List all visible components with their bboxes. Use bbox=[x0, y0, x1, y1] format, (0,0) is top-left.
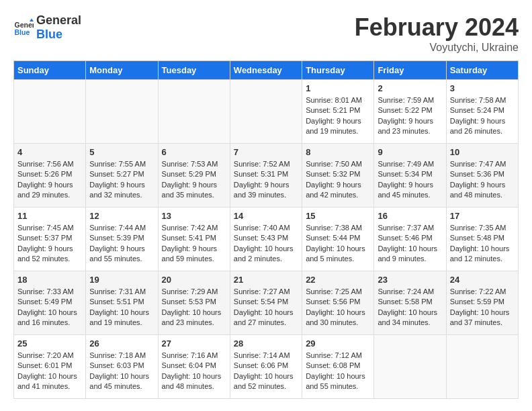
day-info: Sunrise: 7:58 AM Sunset: 5:24 PM Dayligh… bbox=[450, 95, 515, 137]
calendar-cell bbox=[86, 80, 158, 144]
day-info: Sunrise: 7:25 AM Sunset: 5:56 PM Dayligh… bbox=[306, 287, 370, 328]
week-row-5: 25Sunrise: 7:20 AM Sunset: 6:01 PM Dayli… bbox=[14, 335, 519, 399]
day-info: Sunrise: 7:44 AM Sunset: 5:39 PM Dayligh… bbox=[89, 223, 154, 265]
day-header-friday: Friday bbox=[374, 61, 446, 80]
day-number: 20 bbox=[162, 275, 226, 285]
day-header-tuesday: Tuesday bbox=[158, 61, 230, 80]
week-row-4: 18Sunrise: 7:33 AM Sunset: 5:49 PM Dayli… bbox=[14, 271, 519, 335]
day-number: 1 bbox=[306, 83, 370, 93]
day-info: Sunrise: 7:55 AM Sunset: 5:27 PM Dayligh… bbox=[89, 159, 154, 201]
calendar-cell bbox=[374, 335, 446, 399]
calendar-cell: 18Sunrise: 7:33 AM Sunset: 5:49 PM Dayli… bbox=[14, 271, 86, 335]
calendar-cell bbox=[446, 335, 518, 399]
calendar-cell: 20Sunrise: 7:29 AM Sunset: 5:53 PM Dayli… bbox=[158, 271, 230, 335]
calendar-cell: 7Sunrise: 7:52 AM Sunset: 5:31 PM Daylig… bbox=[230, 144, 302, 208]
week-row-3: 11Sunrise: 7:45 AM Sunset: 5:37 PM Dayli… bbox=[14, 208, 519, 271]
calendar-cell: 6Sunrise: 7:53 AM Sunset: 5:29 PM Daylig… bbox=[158, 144, 230, 208]
calendar-cell: 3Sunrise: 7:58 AM Sunset: 5:24 PM Daylig… bbox=[446, 80, 518, 144]
logo: General Blue General Blue bbox=[13, 13, 81, 42]
calendar-cell: 1Sunrise: 8:01 AM Sunset: 5:21 PM Daylig… bbox=[302, 80, 374, 144]
day-info: Sunrise: 7:37 AM Sunset: 5:46 PM Dayligh… bbox=[378, 223, 442, 265]
calendar-cell: 4Sunrise: 7:56 AM Sunset: 5:26 PM Daylig… bbox=[14, 144, 86, 208]
calendar-cell: 24Sunrise: 7:22 AM Sunset: 5:59 PM Dayli… bbox=[446, 271, 518, 335]
calendar-cell: 25Sunrise: 7:20 AM Sunset: 6:01 PM Dayli… bbox=[14, 335, 86, 399]
calendar-cell: 10Sunrise: 7:47 AM Sunset: 5:36 PM Dayli… bbox=[446, 144, 518, 208]
day-info: Sunrise: 7:50 AM Sunset: 5:32 PM Dayligh… bbox=[306, 159, 370, 201]
day-header-thursday: Thursday bbox=[302, 61, 374, 80]
day-info: Sunrise: 7:31 AM Sunset: 5:51 PM Dayligh… bbox=[89, 287, 154, 328]
calendar-cell: 2Sunrise: 7:59 AM Sunset: 5:22 PM Daylig… bbox=[374, 80, 446, 144]
calendar-cell: 5Sunrise: 7:55 AM Sunset: 5:27 PM Daylig… bbox=[86, 144, 158, 208]
page-header: General Blue General Blue February 2024 … bbox=[13, 13, 519, 54]
day-number: 25 bbox=[17, 338, 82, 349]
day-number: 21 bbox=[234, 275, 298, 285]
day-info: Sunrise: 7:59 AM Sunset: 5:22 PM Dayligh… bbox=[378, 95, 442, 137]
day-number: 10 bbox=[450, 147, 515, 157]
day-info: Sunrise: 7:40 AM Sunset: 5:43 PM Dayligh… bbox=[234, 223, 298, 265]
calendar-cell: 19Sunrise: 7:31 AM Sunset: 5:51 PM Dayli… bbox=[86, 271, 158, 335]
day-info: Sunrise: 7:45 AM Sunset: 5:37 PM Dayligh… bbox=[17, 223, 82, 265]
title-area: February 2024 Voyutychi, Ukraine bbox=[355, 13, 519, 54]
day-info: Sunrise: 7:12 AM Sunset: 6:08 PM Dayligh… bbox=[306, 351, 370, 392]
day-info: Sunrise: 7:14 AM Sunset: 6:06 PM Dayligh… bbox=[234, 351, 298, 392]
logo-icon: General Blue bbox=[13, 17, 34, 38]
day-number: 2 bbox=[378, 83, 442, 93]
day-number: 13 bbox=[162, 211, 226, 221]
day-info: Sunrise: 7:38 AM Sunset: 5:44 PM Dayligh… bbox=[306, 223, 370, 265]
day-info: Sunrise: 7:49 AM Sunset: 5:34 PM Dayligh… bbox=[378, 159, 442, 201]
day-header-wednesday: Wednesday bbox=[230, 61, 302, 80]
calendar-cell bbox=[158, 80, 230, 144]
svg-marker-2 bbox=[30, 19, 34, 22]
calendar-cell: 28Sunrise: 7:14 AM Sunset: 6:06 PM Dayli… bbox=[230, 335, 302, 399]
day-info: Sunrise: 7:56 AM Sunset: 5:26 PM Dayligh… bbox=[17, 159, 82, 201]
calendar-cell bbox=[14, 80, 86, 144]
day-info: Sunrise: 7:18 AM Sunset: 6:03 PM Dayligh… bbox=[89, 351, 154, 392]
day-number: 5 bbox=[89, 147, 154, 157]
day-number: 11 bbox=[17, 211, 82, 221]
calendar-cell: 8Sunrise: 7:50 AM Sunset: 5:32 PM Daylig… bbox=[302, 144, 374, 208]
calendar-cell: 11Sunrise: 7:45 AM Sunset: 5:37 PM Dayli… bbox=[14, 208, 86, 271]
day-info: Sunrise: 7:33 AM Sunset: 5:49 PM Dayligh… bbox=[17, 287, 82, 328]
calendar-cell: 17Sunrise: 7:35 AM Sunset: 5:48 PM Dayli… bbox=[446, 208, 518, 271]
day-number: 7 bbox=[234, 147, 298, 157]
day-info: Sunrise: 7:22 AM Sunset: 5:59 PM Dayligh… bbox=[450, 287, 515, 328]
day-info: Sunrise: 7:52 AM Sunset: 5:31 PM Dayligh… bbox=[234, 159, 298, 201]
day-info: Sunrise: 8:01 AM Sunset: 5:21 PM Dayligh… bbox=[306, 95, 370, 137]
day-header-monday: Monday bbox=[86, 61, 158, 80]
day-number: 19 bbox=[89, 275, 154, 285]
day-number: 15 bbox=[306, 211, 370, 221]
calendar-cell: 21Sunrise: 7:27 AM Sunset: 5:54 PM Dayli… bbox=[230, 271, 302, 335]
day-number: 28 bbox=[234, 338, 298, 349]
day-info: Sunrise: 7:16 AM Sunset: 6:04 PM Dayligh… bbox=[162, 351, 226, 392]
day-number: 4 bbox=[17, 147, 82, 157]
calendar-cell: 13Sunrise: 7:42 AM Sunset: 5:41 PM Dayli… bbox=[158, 208, 230, 271]
day-number: 12 bbox=[89, 211, 154, 221]
header-row: SundayMondayTuesdayWednesdayThursdayFrid… bbox=[14, 61, 519, 80]
location-subtitle: Voyutychi, Ukraine bbox=[355, 42, 519, 54]
day-info: Sunrise: 7:42 AM Sunset: 5:41 PM Dayligh… bbox=[162, 223, 226, 265]
day-number: 23 bbox=[378, 275, 442, 285]
calendar-cell bbox=[230, 80, 302, 144]
calendar-cell: 12Sunrise: 7:44 AM Sunset: 5:39 PM Dayli… bbox=[86, 208, 158, 271]
day-number: 24 bbox=[450, 275, 515, 285]
calendar-cell: 29Sunrise: 7:12 AM Sunset: 6:08 PM Dayli… bbox=[302, 335, 374, 399]
day-info: Sunrise: 7:53 AM Sunset: 5:29 PM Dayligh… bbox=[162, 159, 226, 201]
calendar-cell: 22Sunrise: 7:25 AM Sunset: 5:56 PM Dayli… bbox=[302, 271, 374, 335]
logo-general: General bbox=[36, 13, 81, 28]
day-info: Sunrise: 7:27 AM Sunset: 5:54 PM Dayligh… bbox=[234, 287, 298, 328]
day-number: 3 bbox=[450, 83, 515, 93]
calendar-table: SundayMondayTuesdayWednesdayThursdayFrid… bbox=[13, 60, 519, 399]
day-header-saturday: Saturday bbox=[446, 61, 518, 80]
svg-text:Blue: Blue bbox=[15, 28, 30, 36]
day-number: 9 bbox=[378, 147, 442, 157]
week-row-1: 1Sunrise: 8:01 AM Sunset: 5:21 PM Daylig… bbox=[14, 80, 519, 144]
day-info: Sunrise: 7:35 AM Sunset: 5:48 PM Dayligh… bbox=[450, 223, 515, 265]
month-title: February 2024 bbox=[355, 13, 519, 42]
day-header-sunday: Sunday bbox=[14, 61, 86, 80]
day-number: 8 bbox=[306, 147, 370, 157]
calendar-cell: 14Sunrise: 7:40 AM Sunset: 5:43 PM Dayli… bbox=[230, 208, 302, 271]
calendar-cell: 26Sunrise: 7:18 AM Sunset: 6:03 PM Dayli… bbox=[86, 335, 158, 399]
day-number: 18 bbox=[17, 275, 82, 285]
day-info: Sunrise: 7:24 AM Sunset: 5:58 PM Dayligh… bbox=[378, 287, 442, 328]
calendar-cell: 23Sunrise: 7:24 AM Sunset: 5:58 PM Dayli… bbox=[374, 271, 446, 335]
